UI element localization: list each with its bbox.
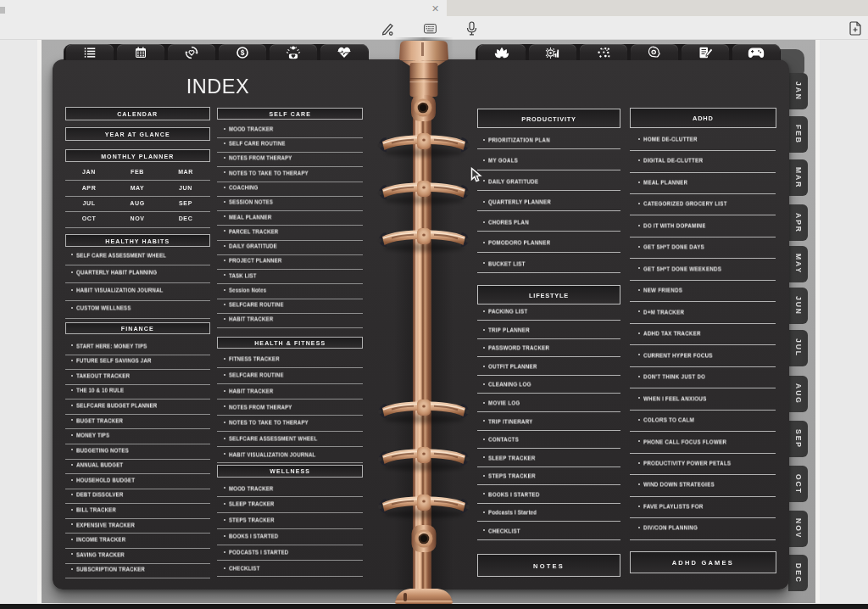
- svg-text:$: $: [241, 48, 245, 57]
